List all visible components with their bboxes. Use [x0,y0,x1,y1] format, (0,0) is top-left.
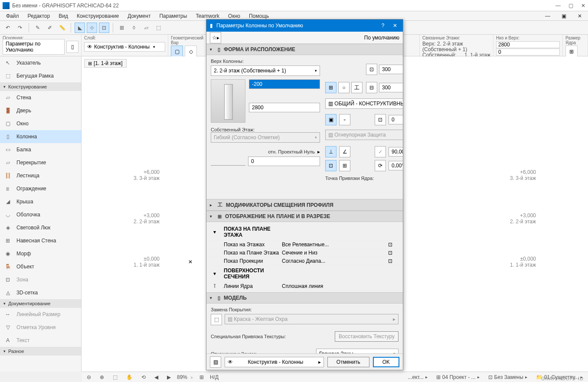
status-item-2[interactable]: ⊡ Без Замены [486,373,530,381]
top-story-dropdown[interactable]: 2. 2-й этаж (Собственный + 1) [211,65,320,76]
maximize-button[interactable]: ▢ [568,3,573,9]
width-input[interactable] [379,65,403,74]
scale-button[interactable]: ⊞ [197,373,206,381]
default-settings-button[interactable]: Параметры по Умолчанию [3,39,65,55]
section-plan-header[interactable]: ▾⊞ ОТОБРАЖЕНИЕ НА ПЛАНЕ И В РАЗРЕЗЕ [206,211,403,222]
tool-column[interactable]: ▯Колонна [0,130,81,143]
guideline-button[interactable]: ◣ [75,23,85,33]
layer-dropdown[interactable]: Конструктив - Колонны [84,42,165,52]
core-size-icon[interactable]: ⊞ [565,46,578,58]
tool-beam[interactable]: ▭Балка [0,143,81,156]
plan-group-1[interactable]: ПОКАЗ НА ПЛАНЕ ЭТАЖА [221,225,282,239]
tool-skylight[interactable]: ◈Световой Люк [0,221,81,234]
proj-zero-input[interactable] [248,157,320,166]
tool-shell[interactable]: ◡Оболочка [0,208,81,221]
orbit-button[interactable]: ⟲ [139,373,148,381]
menu-view[interactable]: Вид [55,12,72,20]
tool-stair[interactable]: 🪜Лестница [0,169,81,182]
menu-window[interactable]: Окно [225,12,244,20]
rotation-input[interactable] [389,161,403,170]
top-offset-input[interactable] [249,79,320,89]
suspend-button[interactable]: ⬚ [153,23,163,33]
tool-dimension[interactable]: ↔Линейный Размер [0,308,81,321]
footer-layer-dropdown[interactable]: Конструктив - Колонны▸ [225,357,324,367]
wrap-on-button[interactable]: ⊡ [325,160,336,171]
tool-window[interactable]: ▢Окно [0,117,81,130]
menu-help[interactable]: Помощь [245,12,272,20]
tool-level[interactable]: ▽Отметка Уровня [0,321,81,334]
menu-edit[interactable]: Редактор [24,12,54,20]
plan-row[interactable]: Показ на Плане ЭтажаСечение и Низ⊡ [208,249,401,257]
menu-options[interactable]: Параметры [156,12,190,20]
group-document[interactable]: Документирование [0,299,81,308]
depth-input[interactable] [379,83,403,92]
geom-simple-button[interactable]: ▢ [171,46,183,58]
material-dropdown[interactable]: ▥ ОБЩИЙ - КОНСТРУКТИВНЫЙ▸ [325,98,403,109]
veneer-on-button[interactable]: ▣ [325,114,336,125]
pan-button[interactable]: ✋ [124,373,135,381]
plan-row[interactable]: Показ на ЭтажахВсе Релевантные...⊡ [208,241,401,249]
wrap-off-button[interactable]: ⊞ [339,160,350,171]
top-offset-input[interactable] [496,41,560,48]
shape-rect-button[interactable]: ⊞ [325,82,336,93]
tool-curtainwall[interactable]: ⊞Навесная Стена [0,234,81,247]
group-construct[interactable]: Конструирование [0,82,81,91]
zone-dropdown[interactable]: Граница Зоны [316,349,399,353]
zoom-prev-button[interactable]: ◀ [152,373,161,381]
redo-button[interactable]: ↷ [15,23,25,33]
zoom-out-button[interactable]: ⊖ [84,373,94,381]
menu-document[interactable]: Документ [124,12,154,20]
menu-teamwork[interactable]: Teamwork [192,12,223,20]
grid-snap-button[interactable]: ⊞ [117,23,127,33]
tool-marquee[interactable]: ⬚Бегущая Рамка [0,69,81,82]
plan-row[interactable]: ⊺Линии ЯдраСплошная линия [208,282,401,291]
close-button[interactable]: ✕ [581,3,585,9]
status-item-1[interactable]: ⊞ 04 Проект - ... [434,373,482,381]
footer-layer-icon[interactable]: ▨ [210,356,221,368]
vert-button[interactable]: ⊥ [325,146,336,157]
section-form-header[interactable]: ▾▯ ФОРМА И РАСПОЛОЖЕНИЕ [206,44,403,55]
shape-profile-button[interactable]: 工 [351,82,363,93]
snap-point-button[interactable]: ⊡ [99,23,109,33]
restore-texture-button[interactable]: Восстановить Текстуру [335,331,399,342]
veneer-input[interactable] [389,115,403,124]
tool-object[interactable]: 🪑Объект [0,260,81,273]
slant-button[interactable]: ∠ [339,146,350,157]
cancel-button[interactable]: Отменить [327,357,369,367]
dialog-titlebar[interactable]: ▮ Параметры Колонны по Умолчанию ? ✕ [206,20,403,32]
zoom-fit-button[interactable]: ⬚ [110,373,120,381]
tool-zone[interactable]: ⊡Зона [0,273,81,286]
tool-door[interactable]: 🚪Дверь [0,104,81,117]
plan-group-2[interactable]: ПОВЕРХНОСТИ СЕЧЕНИЯ [221,266,282,281]
tool-wall[interactable]: ▱Стена [0,91,81,104]
slant-angle-input[interactable] [389,147,403,157]
panel-minimize-icon[interactable]: — [542,12,554,20]
column-preview-icon[interactable]: ▯ [66,41,78,53]
tool-mesh[interactable]: ◬3D-сетка [0,286,81,299]
height-input[interactable] [249,103,320,112]
favorites-button[interactable]: ☆▸ [210,32,221,43]
section-model-header[interactable]: ▾▯ МОДЕЛЬ [206,292,403,304]
override-toggle-button[interactable]: ⬚ [211,314,222,325]
ok-button[interactable]: OK [373,357,399,367]
tool-arrow[interactable]: ↖Указатель [0,56,81,69]
panel-close-icon[interactable]: ✕ [574,12,585,20]
status-item-0[interactable]: ...ект... [405,373,430,381]
bottom-offset-input[interactable] [496,49,560,56]
tool-railing[interactable]: ⫼Ограждение [0,182,81,195]
tool-roof[interactable]: ◢Крыша [0,195,81,208]
menu-construct[interactable]: Конструирование [73,12,122,20]
menu-file[interactable]: Файл [3,12,23,20]
zoom-value[interactable]: 89% [177,374,187,380]
inject-button[interactable]: ✐ [45,23,55,33]
chevron-right-icon[interactable]: ▸ [317,149,320,155]
tool-slab[interactable]: ▱Перекрытие [0,156,81,169]
plane-button[interactable]: ▱ [141,23,151,33]
minimize-button[interactable]: — [555,3,561,9]
tool-morph[interactable]: ◉Морф [0,247,81,260]
geom-rotated-button[interactable]: ◇ [185,46,197,58]
measure-button[interactable]: 📏 [57,23,67,33]
zoom-next-button[interactable]: ▶ [164,373,173,381]
dialog-help-button[interactable]: ? [379,23,387,29]
tool-text[interactable]: AТекст [0,334,81,347]
